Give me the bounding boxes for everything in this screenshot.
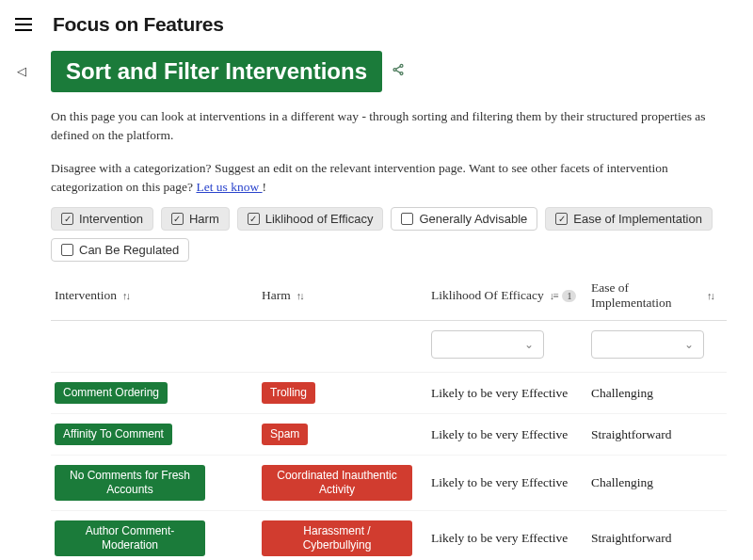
efficacy-cell: Likely to be very Effective [431, 386, 591, 401]
intervention-pill[interactable]: No Comments for Fresh Accounts [55, 465, 205, 501]
efficacy-cell: Likely to be very Effective [431, 475, 591, 490]
filter-chip-group: InterventionHarmLiklihood of EfficacyGen… [51, 207, 727, 262]
filter-chip[interactable]: Liklihood of Efficacy [237, 207, 384, 231]
ease-cell: Challenging [591, 475, 713, 490]
filter-chip-label: Can Be Regulated [79, 243, 179, 257]
ease-filter-select[interactable]: ⌄ [591, 330, 704, 359]
filter-chip-label: Generally Advisable [419, 212, 527, 226]
efficacy-cell: Likely to be very Effective [431, 427, 591, 442]
checkbox-unchecked-icon [61, 244, 73, 256]
filter-chip-label: Harm [189, 212, 219, 226]
brand-title: Focus on Features [53, 13, 224, 36]
ease-cell: Straightforward [591, 427, 713, 442]
ease-cell: Challenging [591, 386, 713, 401]
col-intervention[interactable]: Intervention↑↓ [55, 288, 262, 303]
intervention-pill[interactable]: Author Comment-Moderation [55, 520, 205, 556]
table-row: Affinity To CommentSpamLikely to be very… [51, 414, 727, 456]
harm-pill[interactable]: Trolling [262, 382, 315, 404]
table-row: No Comments for Fresh AccountsCoordinate… [51, 456, 727, 511]
sort-icon: ↑↓ [122, 290, 129, 301]
table-header-row: Intervention↑↓ Harm↑↓ Liklihood Of Effic… [51, 271, 727, 321]
page-title: Sort and Filter Interventions [51, 51, 382, 92]
table-row: Comment OrderingTrollingLikely to be ver… [51, 373, 727, 414]
filter-chip-label: Intervention [79, 212, 143, 226]
harm-pill[interactable]: Spam [262, 424, 308, 445]
table-filter-row: ⌄ ⌄ [51, 321, 727, 373]
col-ease[interactable]: Ease of Implementation↑↓ [591, 280, 713, 311]
filter-count-badge: 1 [562, 290, 576, 302]
ease-cell: Straightforward [591, 531, 713, 546]
let-us-know-link[interactable]: Let us know [196, 180, 262, 194]
sort-icon: ↓≡ [550, 290, 557, 301]
sort-icon: ↑↓ [707, 290, 713, 301]
filter-chip[interactable]: Can Be Regulated [51, 238, 189, 262]
intervention-pill[interactable]: Comment Ordering [55, 382, 168, 404]
col-harm[interactable]: Harm↑↓ [262, 288, 431, 303]
checkbox-checked-icon [61, 213, 73, 225]
filter-chip-label: Liklihood of Efficacy [265, 212, 374, 226]
col-efficacy[interactable]: Liklihood Of Efficacy↓≡1 [431, 288, 591, 303]
efficacy-cell: Likely to be very Effective [431, 531, 591, 546]
checkbox-checked-icon [555, 213, 568, 225]
svg-point-1 [393, 69, 396, 72]
svg-line-4 [396, 71, 400, 73]
share-icon[interactable] [392, 63, 405, 80]
harm-pill[interactable]: Harassment / Cyberbullying [262, 520, 412, 556]
sort-icon: ↑↓ [296, 290, 303, 301]
back-icon[interactable]: ◁ [17, 64, 26, 79]
checkbox-checked-icon [171, 213, 184, 225]
filter-chip[interactable]: Generally Advisable [391, 207, 537, 231]
menu-icon[interactable] [15, 18, 32, 31]
intro-paragraph-2: Disagree with a categorization? Suggest … [51, 159, 727, 196]
intro-paragraph-1: On this page you can look at interventio… [51, 107, 727, 144]
filter-chip[interactable]: Intervention [51, 207, 153, 231]
checkbox-checked-icon [248, 213, 260, 225]
filter-chip[interactable]: Harm [161, 207, 230, 231]
checkbox-unchecked-icon [401, 213, 413, 225]
svg-line-3 [396, 67, 400, 70]
svg-point-0 [400, 64, 403, 67]
intervention-pill[interactable]: Affinity To Comment [55, 424, 172, 445]
svg-point-2 [400, 72, 403, 75]
efficacy-filter-select[interactable]: ⌄ [431, 330, 544, 359]
filter-chip[interactable]: Ease of Implementation [545, 207, 713, 231]
filter-chip-label: Ease of Implementation [573, 212, 702, 226]
harm-pill[interactable]: Coordinated Inauthentic Activity [262, 465, 412, 501]
table-row: Author Comment-ModerationHarassment / Cy… [51, 511, 727, 560]
